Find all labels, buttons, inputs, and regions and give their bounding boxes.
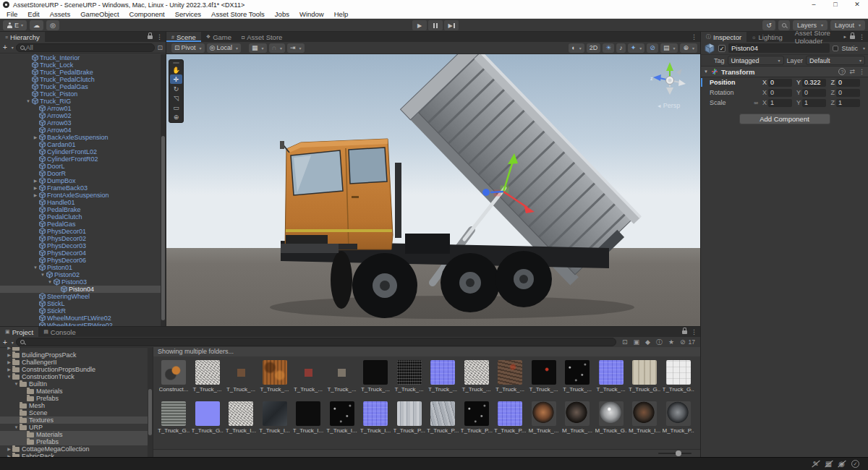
asset-thumbnail[interactable] [161,360,186,385]
layer-dropdown[interactable]: Default ▾ [806,56,865,65]
hierarchy-item[interactable]: ▼ Truck_RIG [0,98,166,105]
asset-item[interactable]: T_Truck_G... [157,401,190,443]
expand-arrow-icon[interactable]: ▶ [32,192,39,199]
asset-item[interactable]: T_Truck_... [393,360,426,401]
asset-item[interactable]: T_Truck_I... [292,401,325,443]
add-object-button[interactable]: + [3,43,7,51]
cloud-button[interactable]: ☁ [30,20,43,30]
gameobject-cube-icon[interactable] [704,43,715,54]
expand-arrow-icon[interactable]: ▼ [13,380,20,388]
status-icon[interactable]: ✎ [812,460,818,468]
expand-arrow-icon[interactable]: ▶ [6,445,12,453]
menu-item[interactable]: GameObject [75,9,124,19]
asset-thumbnail[interactable] [363,401,388,426]
folder-item[interactable]: ▶ ChallengerII [0,359,153,366]
asset-thumbnail[interactable] [565,360,590,385]
position-y-field[interactable]: 0.322 [802,79,826,87]
status-icon[interactable]: ▦ [825,460,832,468]
inspector-tab[interactable]: ☼ Lighting [746,32,788,42]
tag-dropdown[interactable]: Untagged ▾ [728,56,784,65]
hierarchy-item[interactable]: PedalClutch [0,213,166,221]
scene-viewport[interactable]: ✋ ✛ ↻ ◹ ▭ [166,54,700,326]
global-search-button[interactable] [778,20,790,30]
asset-thumbnail[interactable] [229,401,253,426]
version-control-button[interactable]: ◎ [46,20,59,30]
hierarchy-item[interactable]: ▼ Piston03 [0,278,166,286]
minimize-button[interactable]: – [803,0,825,9]
asset-thumbnail[interactable] [464,401,489,426]
inspector-tab[interactable]: ⓘ Inspector [701,32,746,42]
packages-icon[interactable]: ▣ [633,338,639,346]
folder-item[interactable]: Scene [0,409,153,416]
asset-thumbnail[interactable] [363,360,388,385]
hierarchy-item[interactable]: CylinderFrontR02 [0,155,166,163]
scene-toggle-button[interactable]: ♪ ▾ [616,43,626,53]
step-button[interactable]: ▶ [444,20,459,30]
hierarchy-item[interactable]: Arrow04 [0,127,166,134]
expand-arrow-icon[interactable]: ▶ [6,359,12,366]
scale-y-field[interactable]: 1 [802,99,826,107]
scene-toggle-button[interactable]: ⊕ ▾ [680,43,697,53]
asset-thumbnail[interactable] [397,401,422,426]
hierarchy-item[interactable]: ▶ BackAxleSuspension [0,134,166,141]
rotation-x-field[interactable]: 0 [768,89,792,97]
folder-item[interactable]: Materials [0,431,153,438]
asset-thumbnail[interactable] [632,360,657,385]
menu-item[interactable]: Component [124,9,170,19]
maximize-button[interactable]: □ [825,0,846,9]
hierarchy-item[interactable]: Cardan01 [0,141,166,148]
kebab-menu-icon[interactable]: ⋮ [859,68,865,75]
kebab-menu-icon[interactable]: ⋮ [859,33,865,40]
scene-view-tab[interactable]: ❖ Game [201,32,237,42]
asset-thumbnail[interactable] [330,401,354,426]
project-tab[interactable]: ▤ Console [38,327,80,337]
asset-thumbnail[interactable] [532,401,556,426]
folder-item[interactable]: Materials [0,388,153,395]
hierarchy-item[interactable]: WheelMountFLWire02 [0,315,166,322]
asset-thumbnail[interactable] [296,401,320,426]
snap-button[interactable]: ∩ ▾ [269,43,285,53]
folder-item[interactable]: Mesh [0,402,153,409]
pivot-mode-button[interactable]: ⊡ Pivot ▾ [171,43,205,53]
folder-item[interactable]: Textures [0,416,153,424]
asset-thumbnail[interactable] [296,360,320,385]
lock-icon[interactable] [682,330,687,334]
expand-arrow-icon[interactable]: ▶ [32,177,39,184]
asset-thumbnail[interactable] [599,360,624,385]
hierarchy-item[interactable]: Truck_PedalBrake [0,69,166,76]
hierarchy-item[interactable]: PhysDecor04 [0,249,166,257]
folder-item[interactable]: ▼ URP [0,424,153,431]
hierarchy-item[interactable]: Arrow03 [0,119,166,127]
folder-tree-scrollbar[interactable] [148,347,153,457]
expand-arrow-icon[interactable]: ▼ [6,373,12,380]
hierarchy-item[interactable]: PhysDecor03 [0,242,166,249]
kebab-menu-icon[interactable]: ⋮ [691,328,697,336]
asset-thumbnail[interactable] [464,360,489,385]
folder-item[interactable]: ▶ ConstructionPropsBundle [0,366,153,373]
asset-thumbnail[interactable] [632,401,657,426]
scale-z-field[interactable]: 1 [836,99,860,107]
hierarchy-item[interactable]: Truck_Lock [0,61,166,69]
asset-thumbnail[interactable] [532,360,556,385]
hidden-packages-icon[interactable]: ⊘ [680,338,686,346]
hierarchy-item[interactable]: Handle01 [0,199,166,206]
scene-view-tab[interactable]: ◘ Asset Store [237,32,287,42]
scene-tool-button[interactable]: ✋ [170,65,182,74]
expand-arrow-icon[interactable]: ▼ [13,424,20,431]
asset-item[interactable]: T_Truck_P... [393,401,426,443]
hierarchy-item[interactable]: Arrow02 [0,112,166,119]
asset-item[interactable]: T_Truck_... [191,360,224,401]
scene-tool-button[interactable]: ▭ [170,103,182,112]
asset-item[interactable]: T_Truck_I... [224,401,258,443]
hierarchy-item[interactable]: Piston04 [0,286,166,293]
favorites-icon[interactable]: ★ [668,338,674,346]
asset-item[interactable]: T_Truck_P... [426,401,459,443]
help-icon[interactable]: ? [838,68,846,75]
menu-item[interactable]: Edit [22,9,44,19]
position-x-field[interactable]: 0 [768,79,792,87]
asset-thumbnail[interactable] [666,401,691,426]
hierarchy-item[interactable]: StickR [0,307,166,315]
status-icon[interactable]: ✓ [851,460,859,468]
rotation-z-field[interactable]: 0 [836,89,860,97]
asset-item[interactable]: T_Truck_I... [359,401,392,443]
